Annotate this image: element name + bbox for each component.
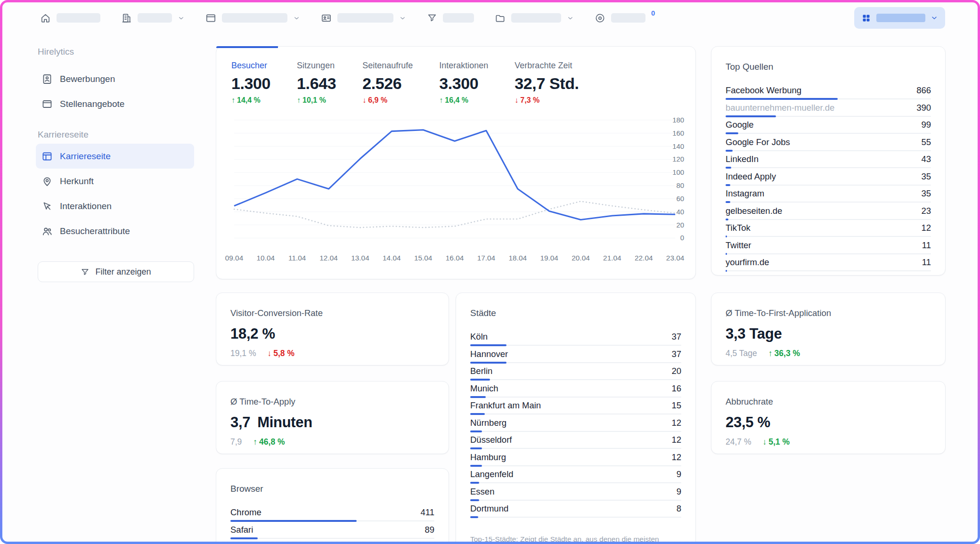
skeleton-placeholder	[876, 14, 925, 22]
sidebar-item-herkunft[interactable]: Herkunft	[36, 169, 194, 194]
city-row-bar	[470, 448, 681, 449]
kpi-value: 18,2 %	[230, 325, 434, 342]
kpi-change: ↑46,8 %	[253, 437, 285, 447]
target-icon	[595, 13, 605, 24]
show-filter-button[interactable]: Filter anzeigen	[38, 261, 194, 282]
job-board-icon	[41, 98, 53, 110]
svg-text:180: 180	[672, 116, 684, 124]
cities-card: Städte Köln37Hannover37Berlin20Munich16F…	[456, 292, 696, 542]
arrow-up-icon: ↑	[231, 96, 235, 105]
source-row-bar	[726, 167, 931, 168]
city-row: Munich16	[470, 383, 681, 401]
city-row-value: 16	[671, 383, 681, 394]
sidebar-item-besucherattribute[interactable]: Besucherattribute	[36, 219, 194, 244]
svg-text:0: 0	[680, 234, 684, 242]
source-row-label: Google For Jobs	[726, 137, 790, 147]
browser-row: Safari89	[230, 525, 434, 542]
svg-text:15.04: 15.04	[414, 254, 433, 262]
source-row-value: 11	[922, 257, 931, 268]
main-content: Besucher1.300↑14,4 %Sitzungen1.643↑10,1 …	[216, 33, 978, 542]
sidebar-item-karriereseite[interactable]: Karriereseite	[36, 144, 194, 169]
card-title: Top Quellen	[726, 62, 931, 72]
browser-row-label: Chrome	[230, 507, 261, 518]
svg-text:16.04: 16.04	[446, 254, 464, 262]
sidebar-item-bewerbungen[interactable]: Bewerbungen	[36, 66, 194, 91]
time-to-first-application-card: Ø Time-To-First-Application 3,3 Tage 4,5…	[711, 292, 946, 365]
chevron-down-icon	[178, 15, 185, 22]
stat-tab-seitenaufrufe[interactable]: Seitenaufrufe2.526↓6,9 %	[362, 61, 413, 105]
stat-label: Verbrachte Zeit	[514, 61, 579, 71]
city-row-bar	[470, 500, 681, 501]
folder-selector[interactable]	[495, 13, 574, 24]
layout-icon	[41, 151, 53, 162]
browser-list[interactable]: Chrome411Safari89Facebook33	[230, 507, 434, 542]
cities-footer-note: Top-15-Städte: Zeigt die Städte an, aus …	[470, 535, 681, 542]
stat-change: ↑16,4 %	[439, 96, 488, 105]
stat-tab-interaktionen[interactable]: Interaktionen3.300↑16,4 %	[439, 61, 488, 105]
svg-text:140: 140	[672, 143, 684, 150]
stat-value: 1.643	[297, 74, 336, 93]
topbar-nav: 0	[40, 13, 655, 24]
filter-control[interactable]	[427, 13, 474, 23]
stat-tab-sitzungen[interactable]: Sitzungen1.643↑10,1 %	[297, 61, 336, 105]
svg-text:18.04: 18.04	[509, 254, 527, 262]
svg-text:22.04: 22.04	[635, 254, 653, 262]
sidebar-item-label: Herkunft	[60, 176, 94, 187]
top-sources-list[interactable]: Facebook Werbung866bauunternehmen-muelle…	[726, 85, 931, 275]
source-row-bar	[726, 150, 931, 151]
sidebar-item-stellenangebote[interactable]: Stellenangebote	[36, 91, 194, 116]
kpi-value: 3,7Minuten	[230, 414, 434, 431]
company-selector[interactable]	[121, 13, 185, 24]
source-row-label: Indeed Apply	[726, 171, 776, 182]
browser-row-value: 89	[425, 525, 434, 535]
source-row: LinkedIn43	[726, 154, 931, 171]
time-to-apply-card: Ø Time-To-Apply 3,7Minuten 7,9 ↑46,8 %	[216, 381, 449, 454]
source-row-value: 12	[921, 223, 931, 233]
arrow-down-icon: ↓	[762, 437, 767, 447]
source-row-value: 11	[922, 240, 931, 251]
home-nav[interactable]	[40, 13, 100, 24]
city-row-label: Hamburg	[470, 452, 506, 463]
stat-change: ↑14,4 %	[231, 96, 270, 105]
site-selector[interactable]	[205, 13, 300, 24]
stat-tab-besucher[interactable]: Besucher1.300↑14,4 %	[231, 61, 270, 105]
source-row-bar	[726, 253, 931, 254]
source-row-value: 43	[921, 154, 931, 164]
stat-label: Besucher	[231, 61, 270, 71]
source-row-value: 99	[921, 120, 931, 130]
city-row-bar	[470, 482, 681, 483]
sidebar-item-label: Interaktionen	[60, 201, 112, 211]
folder-icon	[495, 13, 506, 24]
svg-text:14.04: 14.04	[383, 254, 401, 262]
source-row-bar	[726, 270, 931, 271]
arrow-down-icon: ↓	[362, 96, 366, 105]
svg-text:60: 60	[676, 195, 684, 203]
map-pin-icon	[41, 176, 53, 187]
goal-control[interactable]: 0	[595, 13, 655, 24]
stat-value: 3.300	[439, 74, 488, 93]
top-sources-card: Top Quellen Facebook Werbung866bauuntern…	[711, 46, 946, 276]
profile-selector[interactable]	[321, 13, 406, 24]
svg-text:09.04: 09.04	[225, 254, 244, 262]
city-row-label: Frankfurt am Main	[470, 400, 541, 411]
arrow-up-icon: ↑	[297, 96, 301, 105]
date-range-button[interactable]	[854, 7, 945, 29]
visitor-conversion-card: Visitor-Conversion-Rate 18,2 % 19,1 % ↓5…	[216, 292, 449, 365]
kpi-title: Ø Time-To-First-Application	[726, 308, 931, 318]
calendar-grid-icon	[861, 13, 871, 23]
stat-value: 2.526	[362, 74, 413, 93]
sidebar-item-interaktionen[interactable]: Interaktionen	[36, 194, 194, 219]
city-row-bar	[470, 345, 681, 346]
sidebar-item-label: Besucherattribute	[60, 226, 130, 236]
skeleton-placeholder	[57, 13, 100, 23]
city-row-bar	[470, 362, 681, 363]
skeleton-placeholder	[138, 13, 172, 23]
source-row-bar	[726, 98, 931, 99]
source-row-bar	[726, 219, 931, 220]
card-title: Browser	[230, 484, 434, 494]
city-row-label: Düsseldorf	[470, 435, 512, 445]
cities-list[interactable]: Köln37Hannover37Berlin20Munich16Frankfur…	[470, 332, 681, 529]
stat-tab-verbrachte-zeit[interactable]: Verbrachte Zeit32,7 Std.↓7,3 %	[514, 61, 579, 105]
city-row-label: Essen	[470, 487, 494, 497]
line-chart-svg: 02040608010012014016018009.0410.0411.041…	[230, 116, 685, 266]
